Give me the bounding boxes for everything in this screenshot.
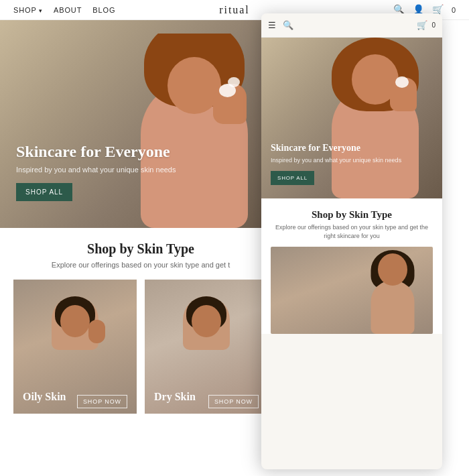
foam-2 — [228, 77, 240, 87]
nav-about[interactable]: ABOUT — [54, 6, 82, 14]
mobile-cart-icon[interactable]: 🛒 — [417, 20, 427, 31]
mobile-card-person — [366, 253, 419, 334]
card-hand — [88, 320, 105, 343]
mobile-search-icon[interactable]: 🔍 — [283, 20, 293, 31]
section-subtitle: Explore our offerings based on your skin… — [13, 261, 268, 269]
nav-shop[interactable]: SHOP — [13, 6, 43, 14]
mobile-hero-title: Skincare for Everyone — [271, 142, 401, 154]
card-face — [192, 305, 221, 337]
section-title: Shop by Skin Type — [13, 241, 268, 257]
dry-shop-now-button[interactable]: SHOP NOW — [208, 395, 259, 408]
mobile-cart-count: 0 — [431, 21, 436, 29]
hero-content: Skincare for Everyone Inspired by you an… — [16, 142, 176, 201]
hero-subtitle: Inspired by you and what your unique ski… — [16, 166, 176, 174]
mobile-hero-subtitle: Inspired by you and what your unique ski… — [271, 157, 401, 164]
dry-skin-label: Dry Skin — [154, 391, 196, 403]
mobile-overlay: ☰ 🔍 ritual 🛒 0 Skincare for Everyone Ins… — [261, 13, 442, 469]
dry-card-person — [180, 300, 233, 394]
oily-skin-label: Oily Skin — [23, 391, 66, 403]
mobile-card-face — [378, 253, 407, 286]
mobile-skin-section: Shop by Skin Type Explore our offerings … — [261, 198, 442, 334]
mobile-hamburger-icon[interactable]: ☰ — [268, 20, 276, 31]
mobile-shop-all-button[interactable]: SHOP ALL — [271, 171, 314, 185]
mobile-person-foam — [395, 76, 409, 88]
nav-blog[interactable]: BLOG — [92, 6, 115, 14]
mobile-card-bg — [271, 247, 433, 334]
oily-skin-card[interactable]: Oily Skin SHOP NOW — [13, 280, 137, 414]
skin-type-section: Shop by Skin Type Explore our offerings … — [0, 228, 281, 414]
hero-title: Skincare for Everyone — [16, 142, 176, 162]
mobile-oily-skin-card[interactable] — [271, 247, 433, 334]
mobile-hero-content: Skincare for Everyone Inspired by you an… — [271, 142, 401, 185]
mobile-section-title: Shop by Skin Type — [271, 209, 433, 221]
cart-count: 0 — [452, 6, 456, 14]
mobile-nav: ☰ 🔍 ritual 🛒 0 — [261, 13, 442, 38]
mobile-card-body — [371, 280, 415, 334]
brand-logo[interactable]: ritual — [219, 4, 249, 16]
desktop-hero: Skincare for Everyone Inspired by you an… — [0, 20, 281, 228]
mobile-section-subtitle: Explore our offerings based on your skin… — [271, 223, 433, 240]
dry-skin-card[interactable]: Dry Skin SHOP NOW — [145, 280, 268, 414]
oily-card-person — [48, 300, 102, 394]
mobile-nav-left: ☰ 🔍 — [268, 20, 293, 31]
oily-shop-now-button[interactable]: SHOP NOW — [77, 395, 127, 408]
mobile-hero: Skincare for Everyone Inspired by you an… — [261, 38, 442, 198]
card-face — [60, 305, 90, 337]
hero-shop-all-button[interactable]: SHOP ALL — [16, 183, 72, 201]
mobile-nav-right: 🛒 0 — [417, 20, 436, 31]
nav-left: SHOP ABOUT BLOG — [13, 6, 115, 14]
skin-cards: Oily Skin SHOP NOW Dry Skin SHOP NOW — [13, 280, 268, 414]
